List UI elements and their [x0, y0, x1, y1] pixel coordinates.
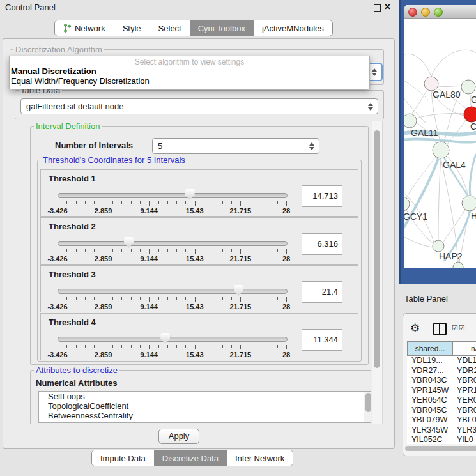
zoom-traffic-light[interactable]	[434, 8, 443, 17]
attribute-list-item[interactable]: BetweennessCentrality	[39, 411, 371, 420]
threshold-value-field[interactable]: 21.4	[302, 281, 342, 303]
network-node-ga[interactable]	[461, 80, 475, 94]
threshold-slider[interactable]: -3.4262.8599.14415.4321.71528	[58, 236, 286, 263]
table-header: shared... na	[407, 341, 476, 356]
table-cell: YDL1	[453, 356, 476, 366]
threshold-label: Threshold 2	[49, 222, 96, 231]
column-header-shared-name[interactable]: shared...	[407, 341, 453, 356]
group-title: Interval Definition	[34, 121, 102, 131]
threshold-value-field[interactable]: 6.316	[302, 233, 342, 255]
apply-button[interactable]: Apply	[158, 429, 199, 444]
table-data-combobox[interactable]: galFiltered.sif default node	[20, 98, 378, 114]
column-header-name[interactable]: na	[453, 341, 476, 356]
tab-label: jActiveMNodules	[262, 24, 324, 33]
tab-label: Infer Network	[235, 454, 284, 463]
dropdown-item-manual-discretization[interactable]: Manual Discretization	[10, 66, 369, 76]
table-row[interactable]: YBL079WYBL0	[407, 415, 476, 426]
threshold-panel-1: Threshold 1-3.4262.8599.14415.4321.71528…	[40, 169, 358, 217]
algorithm-dropdown-popup: Select algorithm to view settings Manual…	[9, 56, 370, 89]
table-row[interactable]: YDR27...YDR2	[407, 366, 476, 376]
network-node[interactable]	[453, 262, 463, 268]
network-node-gal4[interactable]	[433, 142, 449, 158]
gear-icon[interactable]: ⚙	[410, 321, 420, 335]
network-canvas[interactable]: GAL80GACGAL11GAL4GCY1HHAP2	[404, 19, 476, 268]
interval-definition-group: Interval Definition Number of Intervals …	[30, 126, 369, 365]
slider-track[interactable]	[58, 337, 288, 342]
threshold-slider[interactable]: -3.4262.8599.14415.4321.71528	[58, 332, 286, 358]
network-node-gal11[interactable]	[404, 114, 417, 128]
number-of-intervals-combobox[interactable]: 5	[152, 138, 319, 154]
tab-cyni-toolbox[interactable]: Cyni Toolbox	[190, 20, 254, 36]
slider-handle[interactable]	[160, 333, 170, 344]
minimize-traffic-light[interactable]	[421, 8, 430, 17]
table-row[interactable]: YPR145WYPR1	[407, 386, 476, 396]
node-table: shared... na YDL19...YDL1YDR27...YDR2YBR…	[407, 341, 476, 444]
top-tab-bar: NetworkStyleSelectCyni ToolboxjActiveMNo…	[54, 20, 333, 36]
table-rows: YDL19...YDL1YDR27...YDR2YBR043CYBR0YPR14…	[407, 356, 476, 444]
tab-network[interactable]: Network	[55, 20, 114, 36]
table-cell: YBR045C	[407, 406, 453, 416]
table-row[interactable]: YBR043CYBR0	[407, 376, 476, 386]
slider-handle[interactable]	[185, 189, 195, 200]
combo-stepper-icon	[372, 68, 377, 76]
network-node-hap2[interactable]	[433, 240, 444, 252]
table-data-value: galFiltered.sif default node	[26, 102, 123, 111]
split-columns-icon[interactable]	[433, 323, 447, 335]
tab-infer-network[interactable]: Infer Network	[227, 450, 293, 466]
tab-jactivemnodules[interactable]: jActiveMNodules	[254, 20, 332, 36]
threshold-slider[interactable]: -3.4262.8599.14415.4321.71528	[58, 284, 286, 311]
node-label: GA	[471, 95, 476, 105]
panel-scrollbar[interactable]	[372, 121, 383, 424]
table-row[interactable]: YBR045CYBR0	[407, 406, 476, 416]
slider-ticks	[58, 297, 286, 302]
slider-ticks	[58, 201, 286, 206]
network-view-frame: GAL80GACGAL11GAL4GCY1HHAP2	[399, 0, 476, 284]
table-row[interactable]: YIL052CYIL0	[407, 435, 476, 444]
table-horizontal-scrollbar[interactable]	[405, 446, 476, 451]
tab-label: Style	[123, 24, 141, 33]
threshold-label: Threshold 3	[49, 270, 96, 279]
attribute-list-item[interactable]: SelfLoops	[39, 392, 371, 401]
network-node-gcy1[interactable]	[404, 197, 410, 211]
slider-ticks	[58, 249, 286, 254]
slider-track[interactable]	[58, 193, 288, 198]
table-cell: YBR0	[453, 376, 476, 386]
table-row[interactable]: YDL19...YDL1	[407, 356, 476, 366]
slider-track[interactable]	[58, 241, 288, 246]
tab-impute-data[interactable]: Impute Data	[92, 450, 154, 466]
table-cell: YLR345W	[407, 426, 453, 436]
slider-handle[interactable]	[234, 285, 243, 296]
intervals-value: 5	[158, 141, 162, 151]
bottom-tab-bar: Impute DataDiscretize DataInfer Network	[91, 450, 293, 466]
tab-discretize-data[interactable]: Discretize Data	[154, 450, 227, 466]
network-node-gal80[interactable]	[424, 77, 438, 91]
slider-handle[interactable]	[124, 237, 134, 248]
threshold-value-field[interactable]: 11.344	[302, 329, 342, 351]
table-row[interactable]: YLR345WYLR3	[407, 426, 476, 436]
node-label: HAP2	[439, 251, 463, 261]
network-window: GAL80GACGAL11GAL4GCY1HHAP2	[404, 5, 476, 268]
list-scrollbar[interactable]	[364, 392, 371, 422]
slider-scale-labels: -3.4262.8599.14415.4321.71528	[58, 351, 286, 358]
network-node-h[interactable]	[462, 196, 476, 211]
table-cell: YBL079W	[407, 415, 453, 426]
numerical-attributes-list[interactable]: SelfLoopsTopologicalCoefficientBetweenne…	[38, 391, 371, 423]
attribute-list-item[interactable]: TopologicalCoefficient	[39, 401, 371, 411]
close-traffic-light[interactable]	[408, 8, 417, 17]
threshold-panel-2: Threshold 2-3.4262.8599.14415.4321.71528…	[40, 217, 358, 265]
network-window-titlebar	[404, 5, 476, 19]
network-node-c[interactable]	[464, 107, 476, 122]
checkbox-icons[interactable]: ☑☑	[452, 324, 466, 332]
tab-style[interactable]: Style	[114, 20, 150, 36]
table-row[interactable]: YER054CYER0	[407, 395, 476, 406]
slider-track[interactable]	[58, 289, 288, 294]
threshold-value-field[interactable]: 14.713	[302, 185, 342, 207]
threshold-slider[interactable]: -3.4262.8599.14415.4321.71528	[58, 188, 286, 215]
tab-select[interactable]: Select	[150, 20, 190, 36]
close-icon[interactable]: ✕	[384, 2, 391, 12]
scrollbar-thumb[interactable]	[374, 130, 380, 368]
table-cell: YDL19...	[407, 356, 453, 366]
dropdown-item-equal-width[interactable]: Equal Width/Frequency Discretization	[10, 76, 369, 86]
float-window-icon[interactable]	[374, 4, 381, 12]
combo-stepper-icon	[309, 142, 314, 150]
